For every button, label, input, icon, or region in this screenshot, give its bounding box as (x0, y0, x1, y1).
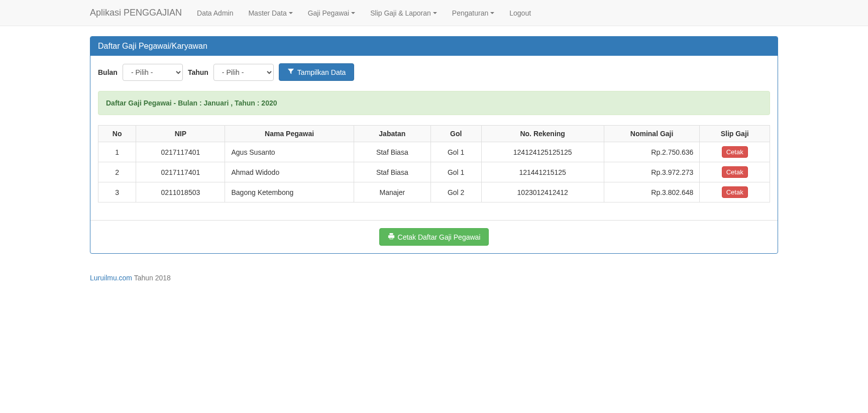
table-cell: 0217117401 (136, 142, 225, 162)
alert-period: Daftar Gaji Pegawai - Bulan : Januari , … (98, 91, 770, 115)
chevron-down-icon (490, 12, 494, 14)
table-cell: Gol 2 (430, 182, 481, 202)
table-cell: 124124125125125 (481, 142, 604, 162)
table-body: 10217117401Agus SusantoStaf BiasaGol 112… (98, 142, 770, 202)
nav-item-4[interactable]: Pengaturan (445, 2, 502, 25)
table-cell: Gol 1 (430, 142, 481, 162)
table-cell: Gol 1 (430, 162, 481, 182)
table-header: Gol (430, 126, 481, 142)
table-row: 30211018503Bagong KetembongManajerGol 21… (98, 182, 770, 202)
cetak-slip-button[interactable]: Cetak (722, 146, 748, 158)
table-cell: Staf Biasa (354, 142, 430, 162)
table-cell: 0211018503 (136, 182, 225, 202)
nav-item-label: Gaji Pegawai (308, 9, 350, 17)
nav-item-label: Slip Gaji & Laporan (370, 9, 431, 17)
cetak-daftar-button[interactable]: Cetak Daftar Gaji Pegawai (379, 228, 489, 246)
panel-heading: Daftar Gaji Pegawai/Karyawan (90, 37, 778, 56)
filter-icon (287, 68, 294, 76)
table-header: Nominal Gaji (604, 126, 700, 142)
panel-gaji: Daftar Gaji Pegawai/Karyawan Bulan - Pil… (90, 36, 778, 254)
chevron-down-icon (289, 12, 293, 14)
navbar: Aplikasi PENGGAJIAN Data AdminMaster Dat… (0, 0, 868, 26)
footer-text: Tahun 2018 (132, 274, 171, 282)
table-row: 10217117401Agus SusantoStaf BiasaGol 112… (98, 142, 770, 162)
tampilkan-button[interactable]: Tampilkan Data (279, 63, 355, 81)
table-cell: Rp.3.802.648 (604, 182, 700, 202)
table-cell: Ahmad Widodo (225, 162, 354, 182)
cetak-daftar-label: Cetak Daftar Gaji Pegawai (398, 233, 481, 241)
gaji-table: NoNIPNama PegawaiJabatanGolNo. RekeningN… (98, 125, 770, 202)
table-header: Jabatan (354, 126, 430, 142)
table-cell-action: Cetak (700, 182, 770, 202)
nav-item-5[interactable]: Logout (502, 2, 538, 25)
table-cell: Manajer (354, 182, 430, 202)
filter-form: Bulan - Pilih - Tahun - Pilih - Tampilka… (98, 63, 770, 81)
table-cell: Staf Biasa (354, 162, 430, 182)
nav-item-label: Master Data (248, 9, 286, 17)
table-cell: Rp.3.972.273 (604, 162, 700, 182)
nav-item-0[interactable]: Data Admin (189, 2, 241, 25)
select-bulan[interactable]: - Pilih - (123, 64, 183, 81)
label-bulan: Bulan (98, 68, 118, 76)
nav-item-label: Pengaturan (452, 9, 488, 17)
nav-item-3[interactable]: Slip Gaji & Laporan (363, 2, 445, 25)
table-cell: Agus Susanto (225, 142, 354, 162)
navbar-brand[interactable]: Aplikasi PENGGAJIAN (90, 0, 189, 26)
table-header: NIP (136, 126, 225, 142)
tampilkan-label: Tampilkan Data (297, 68, 346, 76)
label-tahun: Tahun (188, 68, 208, 76)
footer-link[interactable]: Luruilmu.com (90, 274, 132, 282)
table-header: Nama Pegawai (225, 126, 354, 142)
table-cell: 0217117401 (136, 162, 225, 182)
table-cell-action: Cetak (700, 142, 770, 162)
chevron-down-icon (433, 12, 437, 14)
table-cell: Bagong Ketembong (225, 182, 354, 202)
select-tahun[interactable]: - Pilih - (213, 64, 274, 81)
table-cell: 1023012412412 (481, 182, 604, 202)
table-cell: 2 (98, 162, 136, 182)
chevron-down-icon (351, 12, 355, 14)
table-header: No. Rekening (481, 126, 604, 142)
table-cell: 3 (98, 182, 136, 202)
cetak-slip-button[interactable]: Cetak (722, 186, 748, 198)
nav-item-1[interactable]: Master Data (241, 2, 300, 25)
cetak-slip-button[interactable]: Cetak (722, 166, 748, 178)
table-cell: 121441215125 (481, 162, 604, 182)
table-cell: 1 (98, 142, 136, 162)
page-footer: Luruilmu.com Tahun 2018 (82, 274, 786, 282)
print-icon (388, 233, 395, 241)
nav-item-2[interactable]: Gaji Pegawai (300, 2, 363, 25)
navbar-menu: Data AdminMaster Data Gaji Pegawai Slip … (189, 2, 538, 25)
table-cell: Rp.2.750.636 (604, 142, 700, 162)
nav-item-label: Data Admin (197, 9, 233, 17)
table-header: Slip Gaji (700, 126, 770, 142)
nav-item-label: Logout (509, 9, 531, 17)
table-header: No (98, 126, 136, 142)
table-cell-action: Cetak (700, 162, 770, 182)
table-header-row: NoNIPNama PegawaiJabatanGolNo. RekeningN… (98, 126, 770, 142)
table-row: 20217117401Ahmad WidodoStaf BiasaGol 112… (98, 162, 770, 182)
